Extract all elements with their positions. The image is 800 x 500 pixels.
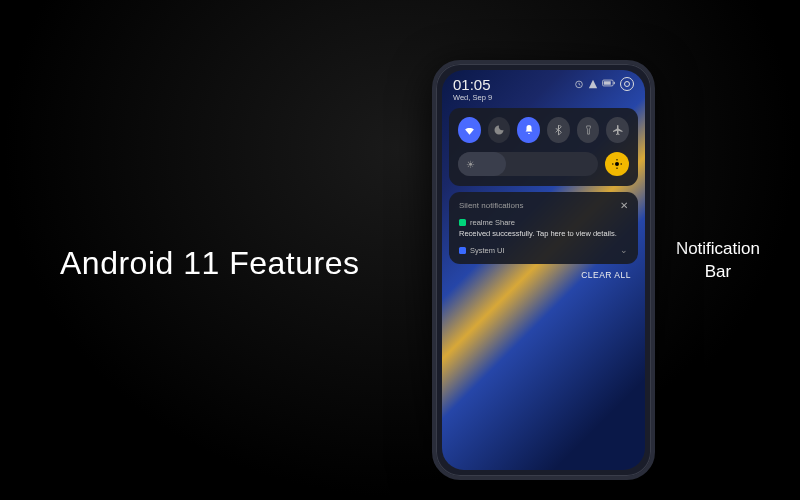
subtitle-line1: Notification (676, 239, 760, 258)
phone-frame: 01:05 Wed, Sep 9 (432, 60, 655, 480)
signal-icon (588, 79, 598, 89)
notification-body: Received successfully. Tap here to view … (459, 229, 628, 238)
auto-brightness-button[interactable] (605, 152, 629, 176)
svg-point-4 (615, 162, 619, 166)
app-icon-realme-share (459, 219, 466, 226)
battery-icon (602, 79, 612, 89)
brightness-slider[interactable]: ☀ (458, 152, 598, 176)
notification-panel: Silent notifications ✕ realme Share Rece… (449, 192, 638, 264)
notification-section-label: Silent notifications (459, 201, 523, 210)
notification-app-name: realme Share (470, 218, 515, 227)
brightness-icon: ☀ (466, 159, 475, 170)
status-date: Wed, Sep 9 (453, 93, 492, 102)
svg-rect-2 (614, 82, 615, 84)
notification-item[interactable]: System UI ⌄ (459, 245, 628, 255)
quick-settings-panel: ☀ (449, 108, 638, 186)
slide-title: Android 11 Features (60, 245, 359, 282)
chevron-down-icon[interactable]: ⌄ (620, 245, 628, 255)
notification-app-name: System UI (470, 246, 505, 255)
clear-all-button[interactable]: CLEAR ALL (442, 270, 631, 280)
app-icon-system-ui (459, 247, 466, 254)
qs-tile-bluetooth[interactable] (547, 117, 570, 143)
subtitle-line2: Bar (705, 262, 731, 281)
alarm-icon (574, 79, 584, 89)
gear-icon[interactable] (620, 77, 634, 91)
qs-tile-wifi[interactable] (458, 117, 481, 143)
notification-item[interactable]: realme Share Received successfully. Tap … (459, 218, 628, 238)
phone-screen: 01:05 Wed, Sep 9 (442, 70, 645, 470)
status-bar: 01:05 Wed, Sep 9 (442, 70, 645, 102)
status-clock: 01:05 (453, 77, 492, 92)
quick-settings-row (458, 117, 629, 143)
qs-tile-sound[interactable] (517, 117, 540, 143)
close-icon[interactable]: ✕ (620, 200, 628, 211)
qs-tile-dark-mode[interactable] (488, 117, 511, 143)
svg-rect-3 (604, 81, 611, 85)
slide-subtitle: Notification Bar (676, 238, 760, 284)
qs-tile-flashlight[interactable] (577, 117, 600, 143)
qs-tile-airplane[interactable] (606, 117, 629, 143)
